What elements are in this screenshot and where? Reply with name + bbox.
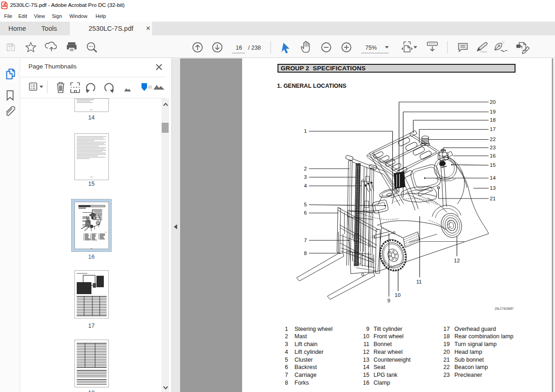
svg-text:14: 14: [88, 114, 95, 121]
svg-text:4: 4: [304, 183, 307, 188]
svg-text:6: 6: [304, 210, 307, 216]
svg-text:17: 17: [490, 126, 496, 132]
svg-text:/ 238: / 238: [248, 45, 261, 51]
svg-text:18: 18: [490, 117, 496, 123]
svg-text:22: 22: [490, 136, 496, 142]
svg-text:19: 19: [490, 109, 496, 114]
svg-text:16: 16: [236, 45, 242, 51]
svg-text:15: 15: [490, 162, 496, 168]
svg-text:11: 11: [416, 279, 422, 284]
svg-text:75%: 75%: [365, 45, 377, 51]
svg-text:17: 17: [88, 323, 95, 329]
svg-text:16: 16: [490, 153, 496, 159]
svg-text:18: 18: [88, 390, 95, 392]
svg-text:8: 8: [304, 250, 307, 256]
svg-text:15: 15: [88, 181, 95, 187]
svg-text:5: 5: [304, 202, 307, 207]
svg-text:20: 20: [490, 99, 496, 105]
svg-text:16: 16: [88, 254, 95, 260]
svg-text:7: 7: [304, 238, 307, 243]
svg-text:23: 23: [490, 145, 496, 150]
svg-text:3: 3: [304, 174, 307, 180]
svg-text:13: 13: [490, 185, 496, 191]
svg-text:12: 12: [454, 258, 460, 263]
svg-text:2: 2: [304, 166, 307, 171]
svg-text:14: 14: [490, 175, 496, 181]
svg-text:1: 1: [304, 128, 307, 134]
svg-text:9: 9: [387, 298, 390, 303]
svg-text:25LC7SOM57: 25LC7SOM57: [495, 307, 514, 310]
svg-text:10: 10: [395, 292, 401, 298]
svg-text:21: 21: [490, 196, 496, 201]
